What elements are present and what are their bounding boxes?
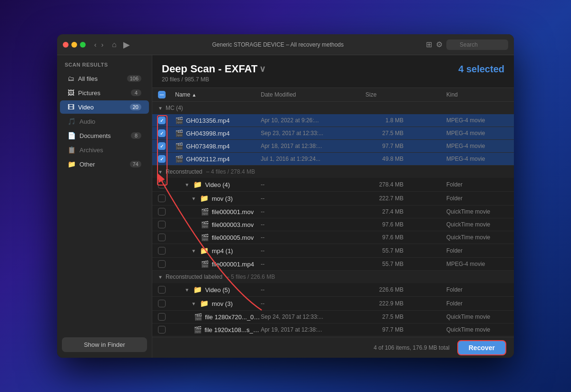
status-summary: 4 of 106 items, 176.9 MB total bbox=[160, 344, 450, 351]
mov-file-icon-1: 🎬 bbox=[201, 208, 209, 216]
table-row[interactable]: 🎬 file 1280x720..._000000.mov Sep 24, 20… bbox=[152, 311, 514, 323]
table-row[interactable]: ▼ 📁 Video (5) -- 226.6 MB Folder bbox=[152, 283, 514, 297]
close-button[interactable] bbox=[63, 42, 69, 48]
forward-button[interactable]: › bbox=[99, 40, 106, 49]
documents-label: Documents bbox=[79, 132, 127, 139]
play-icon[interactable]: ▶ bbox=[123, 39, 130, 50]
mp41-folder-cell: ▼ 📁 mp4 (1) bbox=[175, 246, 261, 255]
table-row[interactable]: 🎬 GH092112.mp4 Jul 1, 2016 at 1:29:24...… bbox=[152, 153, 514, 166]
folder-icon-mp41: 📁 bbox=[200, 246, 209, 255]
sidebar-item-audio[interactable]: 🎵 Audio bbox=[60, 115, 149, 128]
home-button[interactable]: ⌂ bbox=[109, 39, 119, 50]
sidebar-item-video[interactable]: 🎞 Video 20 bbox=[60, 100, 149, 114]
reconstructed-labeled-section-header: ▼ Reconstructed labeled – 5 files / 226.… bbox=[152, 271, 514, 283]
sidebar-item-pictures[interactable]: 🖼 Pictures 4 bbox=[60, 86, 149, 99]
file-checkbox-4[interactable] bbox=[158, 155, 166, 163]
back-button[interactable]: ‹ bbox=[92, 40, 98, 49]
all-files-count: 106 bbox=[127, 75, 141, 82]
documents-count: 8 bbox=[131, 132, 141, 139]
file-size-2: 27.5 MB bbox=[365, 130, 408, 137]
reconstructed-section-header: ▼ Reconstructed – 4 files / 278.4 MB bbox=[152, 166, 514, 178]
video5-folder-cell: ▼ 📁 Video (5) bbox=[175, 285, 261, 294]
file-date-4: Jul 1, 2016 at 1:29:24... bbox=[261, 156, 365, 162]
file-checkbox-mov3[interactable] bbox=[158, 221, 166, 228]
content-subtitle: 20 files / 985.7 MB bbox=[162, 76, 504, 83]
kind-column-header[interactable]: Kind bbox=[446, 91, 508, 98]
table-row[interactable]: 🎬 file000005.mov -- 97.6 MB QuickTime mo… bbox=[152, 231, 514, 244]
nav-buttons: ‹ › bbox=[92, 40, 105, 49]
file-checkbox-mp4-r1[interactable] bbox=[158, 260, 166, 268]
table-row[interactable]: ▼ 📁 mov (3) -- 222.7 MB Folder bbox=[152, 192, 514, 206]
table-row[interactable]: 🎬 GH013356.mp4 Apr 10, 2022 at 9:26:... … bbox=[152, 114, 514, 127]
sidebar-item-all-files[interactable]: 🗂 All files 106 bbox=[60, 72, 149, 85]
table-row[interactable]: 🎬 file000001.mov -- 27.4 MB QuickTime mo… bbox=[152, 206, 514, 218]
file-name-1: GH013356.mp4 bbox=[186, 117, 230, 124]
minimize-button[interactable] bbox=[71, 42, 77, 48]
sidebar-item-other[interactable]: 📁 Other 74 bbox=[60, 157, 149, 171]
main-content: Scan results 🗂 All files 106 🖼 Pictures … bbox=[57, 55, 514, 358]
mp4-file-icon-4: 🎬 bbox=[175, 155, 183, 163]
sidebar-item-documents[interactable]: 📄 Documents 8 bbox=[60, 129, 149, 142]
folder-icon-video4: 📁 bbox=[193, 180, 202, 189]
file-size-1: 1.8 MB bbox=[365, 117, 408, 124]
table-header: Name ▲ Date Modified Size Kind bbox=[152, 88, 514, 102]
mp4-file-icon-2: 🎬 bbox=[175, 129, 183, 137]
folder-checkbox-mov3[interactable] bbox=[158, 195, 166, 202]
file-checkbox-mov5[interactable] bbox=[158, 234, 166, 241]
folder-checkbox-mov3l[interactable] bbox=[158, 300, 166, 307]
view-options-button[interactable]: ⊞ bbox=[426, 40, 432, 49]
reconstructed-labeled-label: ▼ Reconstructed labeled – 5 files / 226.… bbox=[158, 274, 508, 280]
file-name-cell-3: 🎬 GH073498.mp4 bbox=[175, 142, 261, 150]
title-row: Deep Scan - EXFAT ∨ 4 selected bbox=[162, 63, 504, 75]
folder-checkbox-video4[interactable] bbox=[158, 181, 166, 188]
file-kind-3: MPEG-4 movie bbox=[446, 143, 508, 149]
file-table: Name ▲ Date Modified Size Kind bbox=[152, 88, 514, 337]
content-area: Deep Scan - EXFAT ∨ 4 selected 20 files … bbox=[152, 55, 514, 358]
file-checkbox-1[interactable] bbox=[158, 117, 166, 124]
size-column-header[interactable]: Size bbox=[365, 91, 408, 98]
file-size-3: 97.7 MB bbox=[365, 143, 408, 149]
sidebar: Scan results 🗂 All files 106 🖼 Pictures … bbox=[57, 55, 152, 358]
table-row[interactable]: ▼ 📁 mov (3) -- 222.9 MB Folder bbox=[152, 297, 514, 311]
folder-checkbox-mp41[interactable] bbox=[158, 247, 166, 255]
audio-icon: 🎵 bbox=[68, 118, 76, 125]
folder-icon-video5: 📁 bbox=[193, 285, 202, 294]
title-chevron-icon[interactable]: ∨ bbox=[259, 64, 266, 74]
table-row[interactable]: 🎬 file000001.mp4 -- 55.7 MB MPEG-4 movie bbox=[152, 258, 514, 271]
video-icon: 🎞 bbox=[68, 103, 74, 111]
date-column-header[interactable]: Date Modified bbox=[261, 91, 365, 98]
folder-icon-mov3: 📁 bbox=[200, 194, 209, 203]
file-checkbox-3[interactable] bbox=[158, 142, 166, 150]
file-checkbox-mov1[interactable] bbox=[158, 208, 166, 216]
file-kind-4: MPEG-4 movie bbox=[446, 156, 508, 162]
folder-checkbox-video5[interactable] bbox=[158, 286, 166, 294]
mov1-cell: 🎬 file000001.mov bbox=[175, 208, 261, 216]
table-row[interactable]: ▼ 📁 mp4 (1) -- 55.7 MB Folder bbox=[152, 244, 514, 258]
archives-label: Archives bbox=[79, 147, 141, 154]
table-row[interactable]: 🎬 GH043998.mp4 Sep 23, 2017 at 12:33:...… bbox=[152, 127, 514, 140]
video-count: 20 bbox=[130, 104, 141, 110]
lmov1-cell: 🎬 file 1280x720..._000000.mov bbox=[175, 313, 261, 321]
search-input[interactable] bbox=[446, 39, 508, 50]
file-name-3: GH073498.mp4 bbox=[186, 143, 230, 150]
file-checkbox-lmov2[interactable] bbox=[158, 326, 166, 333]
sidebar-item-archives[interactable]: 📋 Archives bbox=[60, 143, 149, 157]
mov3l-folder-cell: ▼ 📁 mov (3) bbox=[175, 299, 261, 308]
maximize-button[interactable] bbox=[80, 42, 86, 48]
select-all-checkbox[interactable] bbox=[158, 91, 166, 98]
file-checkbox-lmov1[interactable] bbox=[158, 313, 166, 321]
file-name-2: GH043998.mp4 bbox=[186, 130, 230, 137]
reconstructed-label: ▼ Reconstructed – 4 files / 278.4 MB bbox=[158, 168, 508, 175]
filter-button[interactable]: ⚙ bbox=[436, 40, 443, 49]
table-row[interactable]: 🎬 file 1920x108...s_000002.mov Apr 19, 2… bbox=[152, 323, 514, 336]
file-name-cell-1: 🎬 GH013356.mp4 bbox=[175, 117, 261, 124]
show-in-finder-button[interactable]: Show in Finder bbox=[62, 337, 147, 352]
table-row[interactable]: ▼ 📁 Video (4) -- 278.4 MB Folder bbox=[152, 178, 514, 192]
table-row[interactable]: 🎬 GH073498.mp4 Apr 18, 2017 at 12:38:...… bbox=[152, 140, 514, 153]
recover-button[interactable]: Recover bbox=[457, 340, 506, 355]
table-row[interactable]: 🎬 file000003.mov -- 97.6 MB QuickTime mo… bbox=[152, 218, 514, 231]
name-column-header[interactable]: Name ▲ bbox=[175, 91, 261, 98]
file-checkbox-2[interactable] bbox=[158, 129, 166, 137]
archives-icon: 📋 bbox=[68, 146, 76, 154]
selected-count: 4 selected bbox=[458, 64, 504, 75]
